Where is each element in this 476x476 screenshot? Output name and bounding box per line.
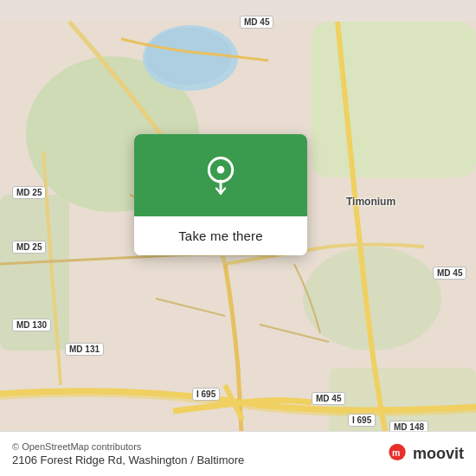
moovit-logo: m moovit: [385, 442, 464, 466]
place-label-timonium: Timonium: [346, 196, 396, 208]
road-label-md45-br: MD 45: [312, 392, 345, 405]
road-label-md130: MD 130: [12, 318, 51, 331]
road-label-i695-bottom: I 695: [192, 388, 220, 401]
moovit-icon: m: [385, 442, 409, 466]
road-label-md45-top: MD 45: [240, 16, 273, 29]
svg-text:m: m: [392, 447, 400, 457]
road-label-md25-2: MD 25: [12, 241, 46, 254]
svg-point-9: [217, 165, 225, 173]
location-pin-icon: [200, 155, 241, 196]
popup-card: Take me there: [134, 134, 307, 255]
svg-rect-2: [312, 22, 476, 177]
map-container: MD 45 MD 25 MD 25 MD 130 MD 131 MD 45 MD…: [0, 0, 476, 476]
popup-header: [134, 134, 307, 216]
road-label-i695-br: I 695: [348, 414, 376, 427]
moovit-brand-text: moovit: [413, 445, 464, 463]
road-label-md25-1: MD 25: [12, 186, 46, 199]
take-me-there-button[interactable]: Take me there: [134, 216, 307, 255]
road-label-md131: MD 131: [65, 343, 104, 356]
address-label: 2106 Forest Ridge Rd, Washington / Balti…: [12, 453, 376, 466]
bottom-bar: © OpenStreetMap contributors 2106 Forest…: [0, 431, 476, 476]
svg-point-7: [145, 28, 232, 85]
road-label-md45-right: MD 45: [433, 267, 466, 280]
attribution-text: © OpenStreetMap contributors: [12, 441, 385, 452]
